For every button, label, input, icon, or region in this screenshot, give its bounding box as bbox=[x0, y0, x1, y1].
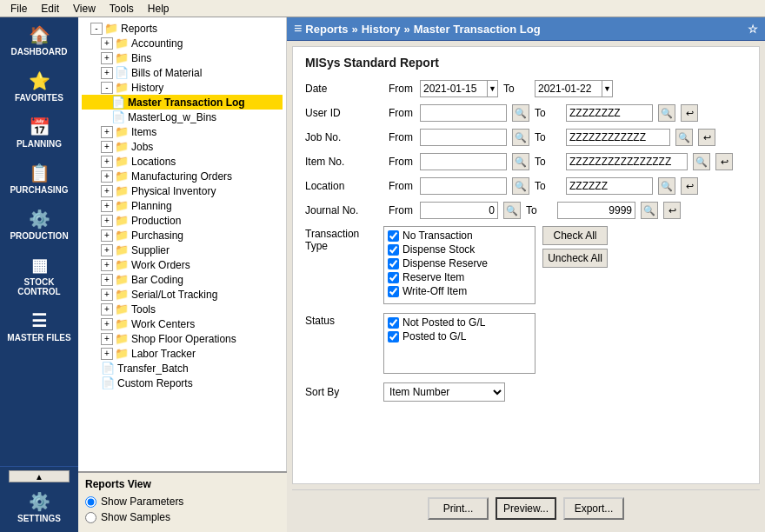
tree-item-items[interactable]: + 📁 Items bbox=[82, 124, 283, 139]
jobno-to-arrow[interactable]: ↩ bbox=[698, 129, 715, 146]
journalno-from-search[interactable]: 🔍 bbox=[503, 202, 521, 219]
show-samples-radio[interactable] bbox=[85, 512, 96, 523]
tree-item-planning[interactable]: + 📁 Planning bbox=[82, 198, 283, 213]
tree-item-tools[interactable]: + 📁 Tools bbox=[82, 302, 283, 316]
show-parameters-radio[interactable] bbox=[85, 496, 96, 508]
tree-item-locations[interactable]: + 📁 Locations bbox=[82, 154, 283, 169]
tree-item-bills[interactable]: + 📄 Bills of Material bbox=[82, 65, 283, 80]
expander-manufacturing[interactable]: + bbox=[101, 170, 113, 183]
location-to-arrow[interactable]: ↩ bbox=[681, 177, 698, 195]
expander-production[interactable]: + bbox=[101, 215, 113, 227]
journalno-to-arrow[interactable]: ↩ bbox=[663, 202, 681, 219]
itemno-to-arrow[interactable]: ↩ bbox=[715, 153, 733, 170]
userid-from-search[interactable]: 🔍 bbox=[512, 104, 529, 122]
dispense-reserve-checkbox[interactable] bbox=[388, 258, 399, 269]
tree-item-masterlog-bins[interactable]: 📄 MasterLog_w_Bins bbox=[82, 110, 283, 124]
sidebar-item-purchasing[interactable]: 📋 PURCHASING bbox=[0, 156, 78, 202]
expander-bins[interactable]: + bbox=[101, 52, 113, 64]
expander-accounting[interactable]: + bbox=[101, 37, 113, 50]
preview-button[interactable]: Preview... bbox=[496, 497, 556, 520]
expander-bills[interactable]: + bbox=[101, 67, 113, 79]
expander-history[interactable]: - bbox=[101, 82, 113, 94]
expander-tools[interactable]: + bbox=[101, 303, 113, 316]
tree-item-supplier[interactable]: + 📁 Supplier bbox=[82, 243, 283, 257]
status-posted[interactable]: Posted to G/L bbox=[386, 329, 533, 343]
menu-tools[interactable]: Tools bbox=[103, 1, 141, 17]
tree-item-accounting[interactable]: + 📁 Accounting bbox=[82, 36, 283, 50]
tree-item-bar-coding[interactable]: + 📁 Bar Coding bbox=[82, 272, 283, 287]
posted-checkbox[interactable] bbox=[388, 331, 399, 342]
jobno-to-input[interactable] bbox=[566, 129, 670, 146]
check-all-button[interactable]: Check All bbox=[542, 226, 608, 245]
tree-item-work-orders[interactable]: + 📁 Work Orders bbox=[82, 257, 283, 272]
expander-bar-coding[interactable]: + bbox=[101, 274, 113, 286]
expander-planning[interactable]: + bbox=[101, 200, 113, 212]
transaction-writeoff-item[interactable]: Write-Off Item bbox=[386, 284, 533, 298]
expander-serial-lot[interactable]: + bbox=[101, 289, 113, 301]
nav-scroll-up[interactable]: ▲ bbox=[9, 470, 70, 482]
print-button[interactable]: Print... bbox=[428, 497, 489, 520]
userid-to-search[interactable]: 🔍 bbox=[658, 104, 675, 122]
expander-reports[interactable]: - bbox=[90, 23, 103, 35]
expander-purchasing[interactable]: + bbox=[101, 229, 113, 242]
sidebar-item-dashboard[interactable]: 🏠 DASHBOARD bbox=[0, 17, 78, 63]
itemno-from-input[interactable] bbox=[420, 153, 507, 170]
dispense-stock-checkbox[interactable] bbox=[388, 244, 399, 256]
journalno-to-input[interactable] bbox=[557, 202, 635, 219]
tree-item-physical[interactable]: + 📁 Physical Inventory bbox=[82, 183, 283, 198]
userid-to-input[interactable] bbox=[566, 104, 653, 122]
favorite-star-icon[interactable]: ☆ bbox=[748, 23, 758, 36]
sidebar-item-planning[interactable]: 📅 PLANNING bbox=[0, 110, 78, 156]
location-from-input[interactable] bbox=[420, 177, 507, 195]
tree-item-transfer-batch[interactable]: 📄 Transfer_Batch bbox=[82, 361, 283, 376]
tree-item-shop-floor[interactable]: + 📁 Shop Floor Operations bbox=[82, 331, 283, 346]
sidebar-item-settings[interactable]: ⚙️ SETTINGS bbox=[0, 486, 78, 529]
menu-view[interactable]: View bbox=[66, 1, 103, 17]
tree-item-custom-reports[interactable]: 📄 Custom Reports bbox=[82, 376, 283, 390]
tree-item-labor-tracker[interactable]: + 📁 Labor Tracker bbox=[82, 346, 283, 361]
date-from-input[interactable] bbox=[420, 80, 488, 97]
expander-labor-tracker[interactable]: + bbox=[101, 348, 113, 360]
not-posted-checkbox[interactable] bbox=[388, 317, 399, 329]
transaction-no-transaction[interactable]: No Transaction bbox=[386, 229, 533, 243]
sidebar-item-master-files[interactable]: ☰ MASTER FILES bbox=[0, 303, 78, 349]
expander-supplier[interactable]: + bbox=[101, 244, 113, 256]
expander-work-orders[interactable]: + bbox=[101, 259, 113, 271]
tree-item-production[interactable]: + 📁 Production bbox=[82, 213, 283, 228]
date-from-dropdown[interactable]: ▼ bbox=[488, 80, 498, 97]
journalno-to-search[interactable]: 🔍 bbox=[641, 202, 658, 219]
tree-item-jobs[interactable]: + 📁 Jobs bbox=[82, 139, 283, 154]
location-to-search[interactable]: 🔍 bbox=[658, 177, 675, 195]
location-from-search[interactable]: 🔍 bbox=[512, 177, 529, 195]
expander-work-centers[interactable]: + bbox=[101, 318, 113, 330]
menu-help[interactable]: Help bbox=[141, 1, 176, 17]
tree-item-history[interactable]: - 📁 History bbox=[82, 80, 283, 95]
tree-item-bins[interactable]: + 📁 Bins bbox=[82, 50, 283, 65]
reserve-item-checkbox[interactable] bbox=[388, 272, 399, 283]
sidebar-item-stock-control[interactable]: ▦ STOCK CONTROL bbox=[0, 248, 78, 303]
userid-from-input[interactable] bbox=[420, 104, 507, 122]
expander-locations[interactable]: + bbox=[101, 156, 113, 168]
userid-to-arrow[interactable]: ↩ bbox=[681, 104, 698, 122]
no-transaction-checkbox[interactable] bbox=[388, 230, 399, 242]
menu-edit[interactable]: Edit bbox=[34, 1, 66, 17]
status-not-posted[interactable]: Not Posted to G/L bbox=[386, 316, 533, 329]
itemno-to-input[interactable] bbox=[566, 153, 688, 170]
tree-item-master-transaction-log[interactable]: 📄 Master Transaction Log bbox=[82, 95, 283, 110]
tree-item-work-centers[interactable]: + 📁 Work Centers bbox=[82, 316, 283, 331]
tree-item-serial-lot[interactable]: + 📁 Serial/Lot Tracking bbox=[82, 287, 283, 302]
sidebar-item-favorites[interactable]: ⭐ FAVORITES bbox=[0, 63, 78, 110]
date-to-input[interactable] bbox=[535, 80, 602, 97]
transaction-dispense-reserve[interactable]: Dispense Reserve bbox=[386, 256, 533, 270]
menu-file[interactable]: File bbox=[3, 1, 34, 17]
sidebar-item-production[interactable]: ⚙️ PRODUCTION bbox=[0, 202, 78, 248]
journalno-from-input[interactable] bbox=[420, 202, 498, 219]
jobno-from-input[interactable] bbox=[420, 129, 507, 146]
expander-items[interactable]: + bbox=[101, 126, 113, 138]
jobno-to-search[interactable]: 🔍 bbox=[675, 129, 693, 146]
writeoff-item-checkbox[interactable] bbox=[388, 286, 399, 297]
expander-shop-floor[interactable]: + bbox=[101, 333, 113, 345]
show-parameters-option[interactable]: Show Parameters bbox=[85, 495, 280, 508]
sort-by-select[interactable]: Item Number Date User ID Job No. Locatio… bbox=[383, 382, 505, 402]
date-to-dropdown[interactable]: ▼ bbox=[602, 80, 613, 97]
